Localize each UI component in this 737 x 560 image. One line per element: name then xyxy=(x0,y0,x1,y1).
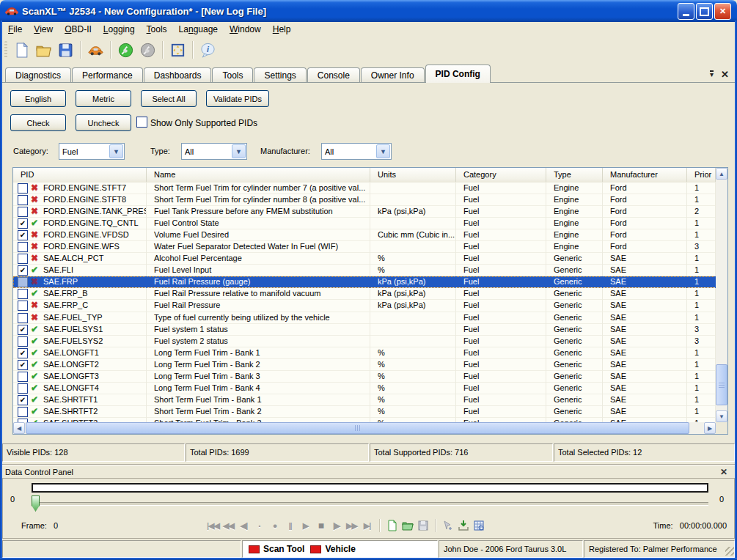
table-row[interactable]: ✔✔FORD.ENGINE.TQ_CNTLFuel Control StateF… xyxy=(13,218,716,229)
validate-pids-button[interactable]: Validate PIDs xyxy=(206,90,269,107)
row-checkbox[interactable]: ✔ xyxy=(18,348,28,358)
show-only-supported-checkbox[interactable] xyxy=(136,117,147,128)
category-dropdown-icon[interactable]: ▼ xyxy=(109,144,123,158)
table-row[interactable]: ✖SAE.FUEL_TYPType of fuel currently bein… xyxy=(13,312,716,324)
menu-window[interactable]: Window xyxy=(224,23,267,36)
table-row[interactable]: ✖FORD.ENGINE.STFT7Short Term Fuel Trim f… xyxy=(13,183,716,194)
close-button[interactable]: ✕ xyxy=(714,3,731,20)
row-checkbox[interactable]: ✔ xyxy=(18,360,28,370)
record-button[interactable]: ● xyxy=(267,517,282,534)
step-forward-button[interactable]: |▶ xyxy=(329,517,344,534)
table-row[interactable]: ✖FORD.ENGINE.WFSWater Fuel Separator Det… xyxy=(13,241,716,253)
dashboard-designer-icon[interactable] xyxy=(166,40,188,60)
menu-logging[interactable]: Logging xyxy=(98,23,141,36)
tab-scroll-button[interactable]: ▾ xyxy=(710,70,714,78)
menu-language[interactable]: Language xyxy=(173,23,224,36)
scroll-right-button[interactable]: ▶ xyxy=(704,422,716,434)
horizontal-scroll-thumb[interactable] xyxy=(26,422,689,434)
row-checkbox[interactable] xyxy=(18,383,28,394)
dcp-close-button[interactable]: ✕ xyxy=(720,467,727,477)
type-combobox[interactable]: All ▼ xyxy=(181,143,247,160)
table-row[interactable]: ✔SAE.FRP_BFuel Rail Pressure relative to… xyxy=(13,288,716,300)
column-header-prior[interactable]: Prior xyxy=(687,168,716,182)
frame-slider-thumb[interactable] xyxy=(32,495,40,512)
english-button[interactable]: English xyxy=(10,90,66,107)
check-button[interactable]: Check xyxy=(10,114,66,131)
save-log-icon[interactable] xyxy=(415,517,430,534)
table-row[interactable]: ✔SAE.SHRTFT2Short Term Fuel Trim - Bank … xyxy=(13,406,716,418)
column-header-name[interactable]: Name xyxy=(147,168,370,182)
menu-help[interactable]: Help xyxy=(267,23,297,36)
about-icon[interactable]: i xyxy=(197,40,219,60)
open-log-icon[interactable] xyxy=(400,517,415,534)
view-grid-icon[interactable] xyxy=(471,517,486,534)
row-checkbox[interactable] xyxy=(18,183,28,194)
select-all-button[interactable]: Select All xyxy=(141,90,197,107)
column-header-type[interactable]: Type xyxy=(546,168,603,182)
row-checkbox[interactable]: ✔ xyxy=(18,265,28,276)
row-checkbox[interactable] xyxy=(18,254,28,264)
scroll-up-button[interactable]: ▲ xyxy=(716,168,727,180)
new-file-icon[interactable] xyxy=(10,40,32,60)
horizontal-scrollbar[interactable]: ◀ ▶ xyxy=(13,422,716,434)
save-icon[interactable] xyxy=(54,40,76,60)
minimize-button[interactable] xyxy=(678,3,694,20)
row-checkbox[interactable]: ✔ xyxy=(18,395,28,405)
row-checkbox[interactable] xyxy=(18,372,28,382)
step-back-button[interactable]: ◀| xyxy=(236,517,252,534)
row-checkbox[interactable] xyxy=(18,242,28,252)
column-header-units[interactable]: Units xyxy=(370,168,456,182)
manufacturer-dropdown-icon[interactable]: ▼ xyxy=(376,144,390,158)
menu-obd-ii[interactable]: OBD-II xyxy=(59,23,98,36)
table-row[interactable]: ✖SAE.ALCH_PCTAlcohol Fuel Percentage%Fue… xyxy=(13,253,716,265)
row-checkbox[interactable] xyxy=(18,313,28,323)
table-row[interactable]: ✔✔SAE.FLIFuel Level Input%FuelGenericSAE… xyxy=(13,265,716,276)
rewind-button[interactable]: ◀◀ xyxy=(221,517,236,534)
tab-performance[interactable]: Performance xyxy=(72,67,143,83)
table-row[interactable]: ✖SAE.FRP_CFuel Rail PressurekPa (psi,kPa… xyxy=(13,300,716,312)
frame-slider-track[interactable] xyxy=(32,502,708,506)
export-icon[interactable] xyxy=(455,517,471,534)
open-file-icon[interactable] xyxy=(32,40,54,60)
resize-grip[interactable] xyxy=(725,547,734,556)
table-row[interactable]: ✔SAE.LONGFT3Long Term Fuel Trim - Bank 3… xyxy=(13,371,716,383)
metric-button[interactable]: Metric xyxy=(76,90,131,107)
new-log-icon[interactable] xyxy=(384,517,400,534)
tab-pid-config[interactable]: PID Config xyxy=(425,65,491,83)
row-checkbox[interactable] xyxy=(18,277,28,287)
menu-tools[interactable]: Tools xyxy=(141,23,173,36)
tab-dashboards[interactable]: Dashboards xyxy=(144,67,212,83)
row-checkbox[interactable]: ✔ xyxy=(18,325,28,335)
skip-last-button[interactable]: ▶| xyxy=(359,517,375,534)
manufacturer-combobox[interactable]: All ▼ xyxy=(321,143,392,160)
row-checkbox[interactable]: ✔ xyxy=(18,230,28,240)
toolbar-grip[interactable] xyxy=(4,41,7,59)
tab-owner-info[interactable]: Owner Info xyxy=(361,67,425,83)
table-row[interactable]: ✔✔SAE.FUELSYS1Fuel system 1 statusFuelGe… xyxy=(13,324,716,336)
column-header-pid[interactable]: PID xyxy=(15,168,147,182)
tab-tools[interactable]: Tools xyxy=(212,67,253,83)
tab-console[interactable]: Console xyxy=(307,67,360,83)
scroll-left-button[interactable]: ◀ xyxy=(13,422,25,434)
row-checkbox[interactable]: ✔ xyxy=(18,218,28,229)
play-button[interactable]: ▶ xyxy=(298,517,313,534)
vertical-scroll-thumb[interactable] xyxy=(716,364,727,405)
column-header-manufacturer[interactable]: Manufacturer xyxy=(603,168,687,182)
category-combobox[interactable]: Fuel ▼ xyxy=(59,143,125,160)
add-note-icon[interactable] xyxy=(440,517,455,534)
row-checkbox[interactable] xyxy=(18,407,28,417)
skip-first-button[interactable]: |◀◀ xyxy=(205,517,221,534)
vehicle-icon[interactable] xyxy=(84,40,106,60)
disconnect-icon[interactable] xyxy=(136,40,158,60)
row-checkbox[interactable] xyxy=(18,336,28,347)
fast-forward-button[interactable]: ▶▶ xyxy=(344,517,359,534)
type-dropdown-icon[interactable]: ▼ xyxy=(232,144,246,158)
row-checkbox[interactable] xyxy=(18,207,28,217)
tab-settings[interactable]: Settings xyxy=(254,67,306,83)
stop-button[interactable]: ■ xyxy=(313,517,329,534)
table-row[interactable]: ✔✔SAE.SHRTFT1Short Term Fuel Trim - Bank… xyxy=(13,394,716,406)
table-row[interactable]: ✖FORD.ENGINE.STFT8Short Term Fuel Trim f… xyxy=(13,194,716,206)
table-row[interactable]: ✔SAE.LONGFT4Long Term Fuel Trim - Bank 4… xyxy=(13,383,716,394)
table-row[interactable]: ✔✔SAE.LONGFT2Long Term Fuel Trim - Bank … xyxy=(13,359,716,371)
menu-view[interactable]: View xyxy=(28,23,59,36)
